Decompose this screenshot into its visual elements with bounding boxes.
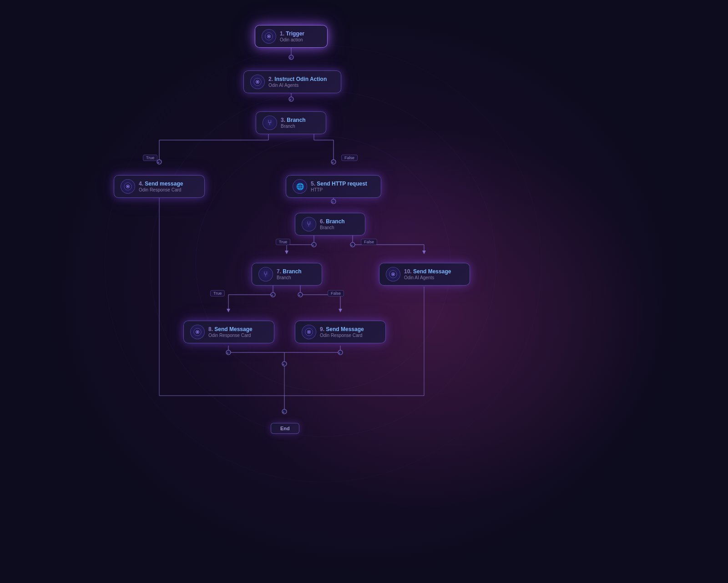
node-10-subtitle: Odin AI Agents [404,275,451,280]
true-label-1: True [143,155,157,161]
node-8-send-message[interactable]: 8. Send Message Odin Response Card [183,321,274,343]
node-1-title: 1. Trigger [280,30,304,37]
node-10-send-message[interactable]: 10. Send Message Odin AI Agents [379,263,470,286]
node-5-subtitle: HTTP [311,187,367,192]
node-1-text: 1. Trigger Odin action [280,30,304,42]
svg-point-75 [257,81,258,83]
node-4-icon [121,179,135,194]
node-8-title: 8. Send Message [208,326,253,332]
node-5-title: 5. Send HTTP request [311,181,367,187]
node-10-icon [386,267,400,281]
node-5-http[interactable]: 🌐 5. Send HTTP request HTTP [286,175,381,198]
svg-point-84 [197,332,198,333]
node-2-subtitle: Odin AI Agents [268,83,327,88]
node-9-title: 9. Send Message [320,326,364,332]
false-label-3: False [328,290,344,297]
node-7-branch[interactable]: ⑂ 7. Branch Branch [252,263,322,286]
node-4-subtitle: Odin Response Card [139,187,183,192]
false-label-1: False [341,155,358,161]
node-5-icon: 🌐 [293,179,307,194]
false-label-2: False [361,239,377,245]
node-4-send-message[interactable]: 4. Send message Odin Response Card [114,175,205,198]
svg-point-87 [308,332,310,333]
svg-point-81 [393,274,394,275]
background-gradient [0,0,728,583]
node-9-send-message[interactable]: 9. Send Message Odin Response Card [295,321,386,343]
node-4-title: 4. Send message [139,181,183,187]
node-8-text: 8. Send Message Odin Response Card [208,326,253,338]
svg-point-78 [127,186,129,187]
node-2-instruct[interactable]: 2. Instruct Odin Action Odin AI Agents [243,70,341,93]
svg-point-72 [268,36,270,37]
true-label-3: True [210,290,225,297]
node-1-trigger[interactable]: 1. Trigger Odin action [255,25,328,48]
node-3-branch[interactable]: ⑂ 3. Branch Branch [256,111,326,134]
node-1-subtitle: Odin action [280,37,304,42]
node-7-subtitle: Branch [277,275,302,280]
node-7-text: 7. Branch Branch [277,268,302,280]
node-1-icon [262,29,276,44]
node-2-text: 2. Instruct Odin Action Odin AI Agents [268,76,327,88]
node-3-icon: ⑂ [263,116,277,130]
node-5-text: 5. Send HTTP request HTTP [311,181,367,192]
node-10-text: 10. Send Message Odin AI Agents [404,268,451,280]
node-6-title: 6. Branch [320,218,345,225]
node-3-title: 3. Branch [281,117,306,123]
node-6-icon: ⑂ [302,217,316,231]
node-3-subtitle: Branch [281,124,306,129]
node-2-title: 2. Instruct Odin Action [268,76,327,82]
true-label-2: True [276,239,290,245]
node-10-title: 10. Send Message [404,268,451,275]
node-3-text: 3. Branch Branch [281,117,306,129]
node-6-branch[interactable]: ⑂ 6. Branch Branch [295,213,365,236]
node-9-icon [302,325,316,339]
node-7-icon: ⑂ [258,267,273,281]
node-6-subtitle: Branch [320,225,345,230]
node-6-text: 6. Branch Branch [320,218,345,230]
node-7-title: 7. Branch [277,268,302,275]
node-2-icon [250,75,265,89]
node-9-subtitle: Odin Response Card [320,333,364,338]
node-4-text: 4. Send message Odin Response Card [139,181,183,192]
node-9-text: 9. Send Message Odin Response Card [320,326,364,338]
node-8-subtitle: Odin Response Card [208,333,253,338]
end-node[interactable]: End [271,423,299,434]
node-8-icon [190,325,205,339]
